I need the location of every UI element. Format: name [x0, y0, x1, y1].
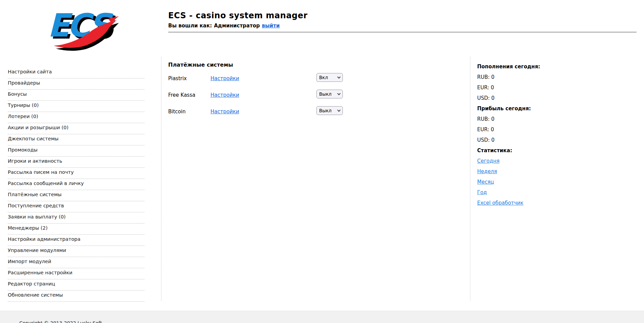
sidebar-item-bonuses[interactable]: Бонусы: [8, 90, 145, 101]
stats-panel: Пополнения сегодня: RUB: 0 EUR: 0 USD: 0…: [477, 62, 585, 209]
sidebar-item-providers[interactable]: Провайдеры: [8, 78, 145, 90]
sidebar-item-promotions[interactable]: Акции и розыгрыши (0): [8, 123, 145, 134]
stats-link-week[interactable]: Неделя: [477, 168, 497, 175]
copyright-text: Copyright © 2013-2022 Lucky Soft: [19, 320, 644, 323]
deposits-rub: RUB: 0: [477, 72, 585, 83]
sidebar-menu: Настройки сайта Провайдеры Бонусы Турнир…: [8, 67, 145, 302]
deposits-usd: USD: 0: [477, 93, 585, 104]
state-select-wrap: ВклВыкл: [316, 106, 343, 115]
login-prefix: Вы вошли как:: [168, 23, 212, 29]
payment-systems-list: Piastrix Настройки ВклВыкл Free Kassa На…: [168, 72, 459, 122]
sidebar-item-module-import[interactable]: Импорт модулей: [8, 257, 145, 268]
sidebar-item-promocodes[interactable]: Промокоды: [8, 145, 145, 157]
main-stats-divider: [470, 57, 470, 301]
page-header: ECS - casino system manager Вы вошли как…: [168, 11, 637, 32]
sidebar-item-site-settings[interactable]: Настройки сайта: [8, 67, 145, 78]
sidebar-item-tournaments[interactable]: Турниры (0): [8, 101, 145, 112]
payment-name: Piastrix: [168, 75, 187, 82]
sidebar-item-system-update[interactable]: Обновление системы: [8, 291, 145, 302]
payment-row-piastrix: Piastrix Настройки ВклВыкл: [168, 72, 459, 89]
sidebar-item-jackpots[interactable]: Джекпоты системы: [8, 134, 145, 145]
settings-link[interactable]: Настройки: [210, 92, 239, 98]
sidebar-item-pm-mailing[interactable]: Рассылка сообщений в личку: [8, 179, 145, 190]
login-status: Вы вошли как:Администраторвыйти: [168, 23, 637, 29]
sidebar-item-payout-requests[interactable]: Заявки на выплату (0): [8, 212, 145, 224]
stats-link-month[interactable]: Месяц: [477, 179, 494, 185]
header-divider: [168, 32, 637, 32]
freekassa-state-select[interactable]: ВклВыкл: [316, 90, 343, 98]
sidebar-item-email-mailing[interactable]: Рассылка писем на почту: [8, 168, 145, 179]
sidebar-item-managers[interactable]: Менеджеры (2): [8, 224, 145, 235]
sidebar-item-module-control[interactable]: Управление модулями: [8, 246, 145, 257]
profit-eur: EUR: 0: [477, 125, 585, 135]
profit-today-header: Прибыль сегодня:: [477, 104, 585, 114]
payment-row-freekassa: Free Kassa Настройки ВклВыкл: [168, 89, 459, 105]
deposits-eur: EUR: 0: [477, 83, 585, 93]
sidebar-main-divider: [161, 57, 161, 301]
payment-name: Bitcoin: [168, 109, 185, 115]
ecs-logo-image: ECS ECS: [45, 4, 119, 51]
bitcoin-state-select[interactable]: ВклВыкл: [316, 106, 343, 115]
profit-usd: USD: 0: [477, 135, 585, 146]
sidebar-item-players[interactable]: Игроки и активность: [8, 157, 145, 168]
page-footer: Copyright © 2013-2022 Lucky Soft: [0, 310, 644, 323]
sidebar-item-incoming-funds[interactable]: Поступление средств: [8, 201, 145, 212]
deposits-today-header: Пополнения сегодня:: [477, 62, 585, 72]
statistics-header: Статистика:: [477, 146, 585, 156]
stats-link-year[interactable]: Год: [477, 189, 487, 195]
settings-link[interactable]: Настройки: [210, 75, 239, 82]
stats-link-excel[interactable]: Excel обработчик: [477, 200, 523, 206]
sidebar-item-advanced[interactable]: Расширенные настройки: [8, 268, 145, 279]
login-user: Администратор: [214, 23, 260, 29]
sidebar-item-payment-systems[interactable]: Платёжные системы: [8, 190, 145, 201]
piastrix-state-select[interactable]: ВклВыкл: [316, 73, 343, 82]
profit-rub: RUB: 0: [477, 114, 585, 125]
sidebar-item-admin-settings[interactable]: Настройки администратора: [8, 235, 145, 246]
payment-name: Free Kassa: [168, 92, 195, 98]
sidebar-item-page-editor[interactable]: Редактор страниц: [8, 279, 145, 291]
payment-systems-panel: Платёжные системы Piastrix Настройки Вкл…: [168, 60, 459, 122]
stats-link-today[interactable]: Сегодня: [477, 158, 499, 164]
ecs-logo: ECS ECS: [45, 4, 119, 51]
settings-link[interactable]: Настройки: [210, 109, 239, 115]
payment-row-bitcoin: Bitcoin Настройки ВклВыкл: [168, 105, 459, 122]
logout-link[interactable]: выйти: [262, 23, 280, 29]
sidebar-item-lotteries[interactable]: Лотереи (0): [8, 112, 145, 123]
state-select-wrap: ВклВыкл: [316, 73, 343, 82]
state-select-wrap: ВклВыкл: [316, 90, 343, 98]
page-title: ECS - casino system manager: [168, 11, 637, 20]
payment-systems-heading: Платёжные системы: [168, 60, 459, 68]
